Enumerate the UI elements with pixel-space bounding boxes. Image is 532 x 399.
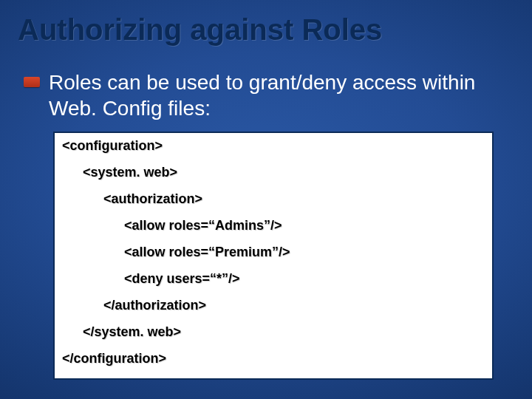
code-line: <configuration> bbox=[62, 139, 485, 152]
bullet-row: Roles can be used to grant/deny access w… bbox=[24, 69, 510, 121]
code-line: </configuration> bbox=[62, 352, 485, 365]
bullet-text: Roles can be used to grant/deny access w… bbox=[49, 69, 510, 121]
slide: Authorizing against Roles Roles can be u… bbox=[0, 0, 532, 399]
slide-title: Authorizing against Roles bbox=[18, 13, 382, 47]
bullet-icon bbox=[24, 77, 40, 87]
code-line: <deny users=“*”/> bbox=[62, 272, 485, 285]
code-line: <authorization> bbox=[62, 192, 485, 205]
code-line: <system. web> bbox=[62, 166, 485, 179]
code-line: <allow roles=“Admins”/> bbox=[62, 219, 485, 232]
code-line: </system. web> bbox=[62, 325, 485, 338]
code-box: <configuration> <system. web> <authoriza… bbox=[53, 132, 494, 380]
code-line: <allow roles=“Premium”/> bbox=[62, 245, 485, 259]
code-line: </authorization> bbox=[62, 299, 485, 312]
